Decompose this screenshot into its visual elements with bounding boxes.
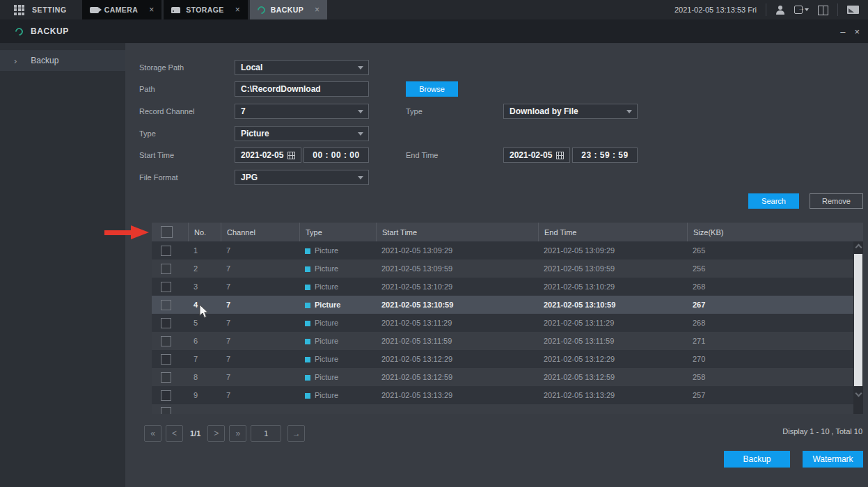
table-row[interactable]: 7 7 Picture 2021-02-05 13:12:29 2021-02-… bbox=[152, 350, 863, 368]
picture-type-icon bbox=[305, 248, 310, 254]
table-row[interactable]: 6 7 Picture 2021-02-05 13:11:59 2021-02-… bbox=[152, 332, 863, 350]
row-checkbox[interactable] bbox=[161, 336, 171, 346]
row-checkbox[interactable] bbox=[161, 372, 171, 383]
display-total-text: Display 1 - 10 , Total 10 bbox=[782, 427, 862, 436]
live-view-monitor-icon[interactable] bbox=[847, 6, 859, 14]
sidebar-item-backup[interactable]: › Backup bbox=[0, 50, 125, 71]
close-tab-icon[interactable]: × bbox=[315, 6, 319, 14]
picture-type-icon bbox=[305, 266, 310, 272]
col-end: End Time bbox=[538, 223, 687, 241]
table-row-partial[interactable] bbox=[152, 404, 863, 414]
table-row[interactable]: 8 7 Picture 2021-02-05 13:12:59 2021-02-… bbox=[152, 368, 863, 386]
setting-grid-icon bbox=[14, 5, 24, 15]
picture-type-icon bbox=[305, 357, 310, 362]
tab-backup[interactable]: BACKUP × bbox=[250, 0, 327, 19]
end-time-label: End Time bbox=[406, 147, 438, 163]
table-header-row: No. Channel Type Start Time End Time Siz… bbox=[152, 223, 863, 241]
next-page-button[interactable]: > bbox=[207, 425, 225, 442]
setting-menu[interactable]: SETTING bbox=[0, 0, 82, 19]
close-tab-icon[interactable]: × bbox=[149, 6, 154, 14]
mouse-cursor bbox=[199, 304, 210, 319]
window-titlebar: BACKUP – × bbox=[0, 19, 868, 43]
start-time-input[interactable]: 00 : 00 : 00 bbox=[303, 147, 369, 163]
backup-panel: Storage Path Path Record Channel Type St… bbox=[125, 43, 868, 487]
tab-storage[interactable]: STORAGE × bbox=[164, 0, 248, 19]
tab-camera[interactable]: CAMERA × bbox=[82, 0, 162, 19]
scrollbar-thumb[interactable] bbox=[854, 254, 862, 386]
row-checkbox[interactable] bbox=[161, 318, 171, 328]
start-time-label: Start Time bbox=[139, 147, 174, 163]
results-table: No. Channel Type Start Time End Time Siz… bbox=[152, 223, 863, 414]
record-channel-label: Record Channel bbox=[139, 104, 195, 119]
row-checkbox[interactable] bbox=[161, 390, 171, 401]
picture-type-icon bbox=[305, 393, 310, 399]
download-type-label: Type bbox=[406, 104, 423, 119]
picture-type-icon bbox=[305, 285, 310, 290]
remove-button[interactable]: Remove bbox=[810, 193, 863, 209]
end-date-picker[interactable]: 2021-02-05 bbox=[503, 147, 570, 163]
multi-window-icon[interactable] bbox=[818, 6, 828, 14]
sidebar: › Backup bbox=[0, 43, 125, 487]
table-row[interactable]: 9 7 Picture 2021-02-05 13:13:29 2021-02-… bbox=[152, 386, 863, 404]
dropdown-caret-icon bbox=[358, 132, 363, 136]
dropdown-caret-icon bbox=[358, 110, 363, 113]
annotation-arrow bbox=[104, 225, 149, 239]
record-channel-select[interactable]: 7 bbox=[235, 104, 369, 119]
first-page-button[interactable]: « bbox=[144, 425, 161, 442]
file-format-select[interactable]: JPG bbox=[235, 170, 369, 185]
select-all-checkbox[interactable] bbox=[161, 226, 173, 238]
table-row[interactable]: 5 7 Picture 2021-02-05 13:11:29 2021-02-… bbox=[152, 314, 863, 332]
search-button[interactable]: Search bbox=[748, 193, 799, 209]
storage-icon bbox=[171, 7, 180, 13]
scroll-down-icon[interactable] bbox=[855, 390, 862, 397]
dropdown-caret-icon bbox=[626, 110, 632, 113]
picture-type-icon bbox=[305, 339, 310, 344]
logout-menu[interactable] bbox=[794, 6, 809, 14]
col-type: Type bbox=[299, 223, 376, 241]
calendar-icon bbox=[287, 152, 295, 159]
browse-button[interactable]: Browse bbox=[406, 81, 458, 97]
backup-ring-icon bbox=[255, 4, 267, 15]
user-account-icon[interactable] bbox=[775, 6, 785, 15]
path-label: Path bbox=[139, 81, 155, 97]
end-time-input[interactable]: 23 : 59 : 59 bbox=[572, 147, 638, 163]
col-size: Size(KB) bbox=[687, 223, 863, 241]
row-checkbox[interactable] bbox=[161, 407, 171, 415]
minimize-button[interactable]: – bbox=[840, 27, 845, 36]
picture-type-icon bbox=[305, 303, 310, 308]
row-checkbox[interactable] bbox=[161, 354, 171, 365]
chevron-right-icon: › bbox=[14, 56, 17, 66]
download-type-select[interactable]: Download by File bbox=[503, 104, 638, 119]
table-row[interactable]: 3 7 Picture 2021-02-05 13:10:29 2021-02-… bbox=[152, 278, 863, 296]
page-title: BACKUP bbox=[31, 26, 69, 36]
watermark-button[interactable]: Watermark bbox=[803, 451, 863, 468]
row-checkbox[interactable] bbox=[161, 246, 171, 256]
row-checkbox[interactable] bbox=[161, 264, 171, 274]
calendar-icon bbox=[556, 152, 564, 159]
table-row[interactable]: 2 7 Picture 2021-02-05 13:09:59 2021-02-… bbox=[152, 260, 863, 278]
close-tab-icon[interactable]: × bbox=[235, 6, 240, 14]
scroll-up-icon[interactable] bbox=[855, 244, 862, 251]
chevron-down-icon bbox=[805, 8, 809, 11]
table-row-hovered[interactable]: 4 7 Picture 2021-02-05 13:10:59 2021-02-… bbox=[152, 296, 863, 314]
dropdown-caret-icon bbox=[358, 176, 363, 179]
camera-icon bbox=[90, 7, 99, 13]
last-page-button[interactable]: » bbox=[229, 425, 246, 442]
start-date-picker[interactable]: 2021-02-05 bbox=[235, 147, 301, 163]
close-button[interactable]: × bbox=[854, 27, 860, 36]
row-checkbox[interactable] bbox=[161, 282, 171, 292]
storage-path-select[interactable]: Local bbox=[235, 60, 369, 75]
table-scrollbar[interactable] bbox=[853, 241, 863, 414]
page-number-input[interactable] bbox=[251, 425, 281, 442]
type-label: Type bbox=[139, 126, 156, 141]
go-page-button[interactable]: → bbox=[287, 425, 305, 442]
prev-page-button[interactable]: < bbox=[166, 425, 183, 442]
picture-type-icon bbox=[305, 321, 310, 326]
top-tab-bar: SETTING CAMERA × STORAGE × BACKUP × 2021… bbox=[0, 0, 868, 19]
type-select[interactable]: Picture bbox=[235, 126, 369, 141]
row-checkbox[interactable] bbox=[161, 300, 171, 310]
backup-button[interactable]: Backup bbox=[724, 451, 790, 468]
path-input[interactable] bbox=[235, 81, 369, 97]
table-row[interactable]: 1 7 Picture 2021-02-05 13:09:29 2021-02-… bbox=[152, 241, 863, 260]
col-start: Start Time bbox=[376, 223, 538, 241]
